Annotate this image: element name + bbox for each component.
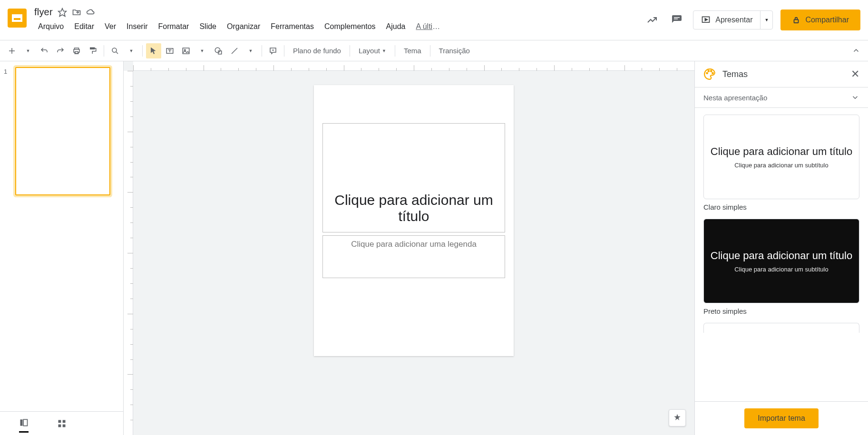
move-folder-icon[interactable] <box>72 8 81 17</box>
line-tool[interactable] <box>227 43 242 58</box>
svg-marker-0 <box>58 8 66 16</box>
themes-list: Clique para adicionar um título Clique p… <box>695 108 868 401</box>
zoom-button[interactable] <box>107 43 123 58</box>
layout-button[interactable]: Layout▼ <box>353 47 392 55</box>
theme-label: Preto simples <box>703 307 859 315</box>
image-tool[interactable] <box>178 43 194 58</box>
new-slide-button[interactable] <box>4 43 20 58</box>
menu-ajuda[interactable]: Ajuda <box>382 20 410 33</box>
ruler-vertical <box>124 71 133 435</box>
import-theme-button[interactable]: Importar tema <box>744 408 819 428</box>
menu-organizar[interactable]: Organizar <box>223 20 264 33</box>
background-button[interactable]: Plano de fundo <box>287 47 347 55</box>
menu-ferramentas[interactable]: Ferramentas <box>267 20 318 33</box>
themes-section-toggle[interactable]: Nesta apresentação <box>695 87 868 108</box>
svg-rect-21 <box>23 419 27 425</box>
svg-rect-20 <box>20 419 23 425</box>
present-label: Apresentar <box>715 16 752 24</box>
menu-slide[interactable]: Slide <box>195 20 220 33</box>
paint-format-button[interactable] <box>85 43 100 58</box>
redo-button[interactable] <box>53 43 68 58</box>
svg-rect-5 <box>794 19 799 23</box>
menu-inserir[interactable]: Inserir <box>123 20 151 33</box>
share-label: Compartilhar <box>805 16 849 24</box>
comments-icon[interactable] <box>668 11 685 29</box>
share-button[interactable]: Compartilhar <box>780 10 860 30</box>
star-icon[interactable] <box>58 8 67 17</box>
transition-button[interactable]: Transição <box>433 47 476 55</box>
menu-editar[interactable]: Editar <box>70 20 98 33</box>
svg-rect-22 <box>59 420 61 423</box>
svg-point-29 <box>712 73 713 74</box>
print-button[interactable] <box>69 43 84 58</box>
svg-rect-2 <box>674 19 678 19</box>
cloud-status-icon[interactable] <box>86 8 96 17</box>
menu-arquivo[interactable]: Arquivo <box>34 20 68 33</box>
theme-label: Claro simples <box>703 203 859 211</box>
svg-point-28 <box>711 70 712 72</box>
shape-tool[interactable] <box>211 43 226 58</box>
explore-button[interactable] <box>669 409 686 426</box>
svg-rect-13 <box>183 48 189 54</box>
ruler-horizontal <box>133 61 694 71</box>
theme-option-partial[interactable] <box>703 323 859 333</box>
select-tool[interactable] <box>146 43 161 58</box>
svg-rect-1 <box>674 17 680 18</box>
slide-canvas[interactable]: Clique para adicionar um título Clique p… <box>314 85 514 356</box>
zoom-dropdown[interactable]: ▼ <box>124 43 139 58</box>
subtitle-placeholder[interactable]: Clique para adicionar uma legenda <box>322 235 505 278</box>
palette-icon <box>703 68 716 80</box>
activity-icon[interactable] <box>644 11 661 29</box>
svg-rect-24 <box>59 424 61 427</box>
theme-option-claro-simples[interactable]: Clique para adicionar um título Clique p… <box>703 115 859 199</box>
svg-rect-23 <box>63 420 66 423</box>
menu-bar: Arquivo Editar Ver Inserir Formatar Slid… <box>34 20 445 33</box>
menu-complementos[interactable]: Complementos <box>321 20 380 33</box>
svg-point-15 <box>215 48 220 53</box>
comment-tool[interactable] <box>265 43 281 58</box>
svg-point-27 <box>708 70 710 72</box>
svg-point-26 <box>706 73 708 74</box>
canvas-area: Clique para adicionar um título Clique p… <box>124 61 694 435</box>
present-button[interactable]: Apresentar <box>693 15 760 25</box>
undo-button[interactable] <box>37 43 52 58</box>
chevron-down-icon <box>851 93 859 102</box>
collapse-toolbar-button[interactable] <box>848 43 864 58</box>
line-dropdown[interactable]: ▼ <box>243 43 258 58</box>
svg-marker-4 <box>705 19 708 21</box>
menu-formatar[interactable]: Formatar <box>155 20 193 33</box>
present-dropdown[interactable]: ▼ <box>760 11 772 29</box>
menu-ver[interactable]: Ver <box>101 20 120 33</box>
svg-line-9 <box>116 52 118 54</box>
doc-title[interactable]: flyer <box>34 7 53 18</box>
slide-thumbnail-1[interactable] <box>15 67 110 195</box>
svg-line-17 <box>232 48 237 54</box>
theme-option-preto-simples[interactable]: Clique para adicionar um título Clique p… <box>703 219 859 303</box>
filmstrip-view-button[interactable] <box>19 418 29 433</box>
filmstrip: 1 <box>0 61 124 435</box>
themes-panel: Temas ✕ Nesta apresentação Clique para a… <box>694 61 868 435</box>
slides-logo[interactable] <box>8 9 27 28</box>
svg-point-8 <box>112 48 117 52</box>
grid-view-button[interactable] <box>57 419 67 428</box>
themes-title: Temas <box>722 69 748 79</box>
title-placeholder[interactable]: Clique para adicionar um título <box>322 123 505 232</box>
new-slide-dropdown[interactable]: ▼ <box>20 43 36 58</box>
image-dropdown[interactable]: ▼ <box>195 43 210 58</box>
svg-rect-25 <box>63 424 66 427</box>
close-icon[interactable]: ✕ <box>851 68 859 80</box>
slide-number: 1 <box>4 67 11 195</box>
toolbar: ▼ ▼ ▼ ▼ Plano de fundo Layout▼ Tema Tran… <box>0 40 868 61</box>
menu-last-edit[interactable]: A últim… <box>412 20 445 33</box>
theme-button[interactable]: Tema <box>398 47 427 55</box>
textbox-tool[interactable] <box>162 43 177 58</box>
